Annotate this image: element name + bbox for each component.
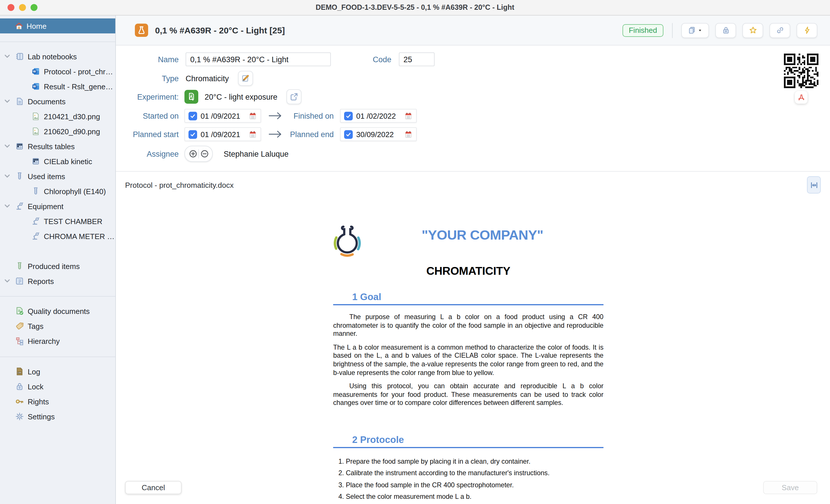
remove-assignee-button[interactable]	[199, 148, 210, 159]
sidebar-item-tags[interactable]: Tags	[0, 318, 115, 334]
arrow-right-icon	[268, 130, 283, 139]
name-input[interactable]	[186, 53, 331, 66]
pencil-icon	[241, 74, 250, 83]
record-title: 0,1 % #A639R - 20°C - Light [25]	[155, 25, 285, 35]
sidebar-item-protocol-doc[interactable]: W Protocol - prot_chrom...	[0, 64, 115, 79]
edit-type-button[interactable]	[238, 71, 253, 86]
minimize-window-button[interactable]	[19, 4, 26, 11]
started-on-field[interactable]: 01 /09/2021	[185, 109, 261, 123]
sidebar-item-used-items[interactable]: Used items	[0, 169, 115, 184]
arrow-right-icon	[268, 111, 283, 121]
sidebar-item-equipment[interactable]: Equipment	[0, 199, 115, 214]
cancel-button[interactable]: Cancel	[125, 481, 182, 494]
sidebar-item-chroma-meter[interactable]: CHROMA METER CR 4...	[0, 229, 115, 244]
log-file-icon: LOG	[15, 367, 24, 376]
image-file-icon	[31, 127, 40, 136]
sidebar-divider	[0, 296, 115, 297]
protocol-step: Place the food sample in the CR 400 spec…	[346, 481, 604, 489]
equipment-icon	[15, 202, 24, 211]
sidebar-item-produced-items[interactable]: Produced items	[0, 259, 115, 274]
sidebar-item-results-tables[interactable]: Results tables	[0, 139, 115, 154]
fit-width-icon	[809, 180, 818, 189]
chevron-down-icon[interactable]	[3, 202, 11, 210]
record-header: 0,1 % #A639R - 20°C - Light [25] Finishe…	[116, 15, 830, 45]
sidebar-item-label: Home	[27, 22, 46, 30]
qr-code	[784, 54, 819, 88]
notebook-icon	[15, 52, 24, 61]
sidebar-item-home[interactable]: Home	[0, 19, 115, 33]
goal-paragraph: Using this protocol, you can obtain accu…	[333, 382, 604, 407]
sidebar-divider	[0, 357, 115, 357]
favorite-button[interactable]	[742, 23, 763, 38]
sidebar-item-quality-documents[interactable]: Quality documents	[0, 304, 115, 318]
attachment-title: Protocol - prot_chromaticity.docx	[125, 180, 234, 189]
sidebar-item-documents[interactable]: Documents	[0, 94, 115, 109]
close-window-button[interactable]	[7, 4, 14, 11]
record-type-badge	[135, 24, 148, 37]
add-assignee-button[interactable]	[187, 148, 198, 159]
sidebar-item-reports[interactable]: Reports	[0, 274, 115, 289]
app-window: DEMO_FOOD-1-3.DEV-5-5-25 - 0,1 % #A639R …	[0, 0, 830, 504]
link-button[interactable]	[769, 23, 790, 38]
chevron-down-icon[interactable]	[3, 97, 11, 105]
chevron-down-icon[interactable]	[3, 276, 11, 285]
chevron-down-icon[interactable]	[3, 142, 11, 150]
lock-button[interactable]	[715, 23, 736, 38]
pdf-icon	[797, 93, 806, 102]
flask-icon	[137, 25, 147, 35]
calendar-icon[interactable]	[404, 130, 413, 138]
lock-icon	[721, 26, 730, 35]
assignee-label: Assignee	[116, 149, 179, 158]
lock-icon	[15, 382, 24, 391]
lightning-icon	[803, 26, 811, 35]
sidebar-item-image-d90[interactable]: 210620_d90.png	[0, 124, 115, 139]
save-button[interactable]: Save	[763, 481, 817, 494]
sidebar-item-lock[interactable]: Lock	[0, 379, 115, 394]
sidebar-item-cielab-kinetic[interactable]: CIELab kinetic	[0, 154, 115, 169]
svg-text:W: W	[33, 85, 36, 88]
sidebar-item-test-chamber[interactable]: TEST CHAMBER	[0, 214, 115, 229]
planned-end-checkbox[interactable]	[344, 130, 353, 138]
word-file-icon: W	[31, 67, 40, 76]
goal-heading: 1 Goal	[333, 292, 604, 305]
protocol-step: Select the color measurement mode L a b.	[346, 493, 604, 500]
download-pdf-button[interactable]	[795, 91, 807, 104]
sidebar-item-chlorophyll[interactable]: Chlorophyll (E140)	[0, 184, 115, 199]
copy-button[interactable]	[681, 23, 709, 38]
name-label: Name	[116, 55, 179, 64]
chevron-down-icon[interactable]	[3, 172, 11, 180]
company-name: "YOUR COMPANY"	[361, 224, 604, 243]
sidebar-item-log[interactable]: LOG Log	[0, 364, 115, 379]
star-icon	[748, 26, 757, 35]
sidebar-item-lab-notebooks[interactable]: Lab notebooks	[0, 49, 115, 64]
planned-end-field[interactable]: 30/09/2022	[340, 127, 417, 141]
calendar-icon[interactable]	[404, 111, 413, 120]
type-label: Type	[116, 74, 179, 83]
check-icon	[190, 112, 196, 119]
chevron-down-icon[interactable]	[3, 52, 11, 61]
experiment-value: 20°C - light exposure	[204, 93, 277, 101]
protocol-step: Prepare the food sample by placing it in…	[346, 457, 604, 465]
goal-paragraph: The purpose of measuring L a b color on …	[333, 313, 604, 338]
sidebar-item-result-doc[interactable]: W Result - Rslt_general....	[0, 79, 115, 94]
calendar-icon[interactable]	[248, 111, 257, 120]
finished-on-field[interactable]: 01 /02/2022	[340, 109, 417, 123]
experiment-type-badge	[185, 90, 198, 104]
test-tube-green-icon	[15, 262, 24, 271]
started-on-label: Started on	[116, 111, 179, 120]
planned-start-checkbox[interactable]	[189, 130, 197, 138]
sidebar-item-settings[interactable]: Settings	[0, 409, 115, 424]
started-on-checkbox[interactable]	[189, 111, 197, 120]
code-input[interactable]	[399, 53, 435, 66]
calendar-icon[interactable]	[248, 130, 257, 138]
planned-start-field[interactable]: 01 /09/2021	[185, 127, 261, 141]
finished-on-checkbox[interactable]	[344, 111, 353, 120]
sidebar-item-image-d30[interactable]: 210421_d30.png	[0, 109, 115, 124]
zoom-window-button[interactable]	[31, 4, 37, 11]
sidebar-item-rights[interactable]: Rights	[0, 394, 115, 409]
test-tube-icon	[15, 172, 24, 181]
sidebar-item-hierarchy[interactable]: Hierarchy	[0, 334, 115, 348]
open-experiment-button[interactable]	[286, 89, 301, 104]
quick-actions-button[interactable]	[797, 23, 817, 38]
fit-width-button[interactable]	[807, 176, 821, 194]
